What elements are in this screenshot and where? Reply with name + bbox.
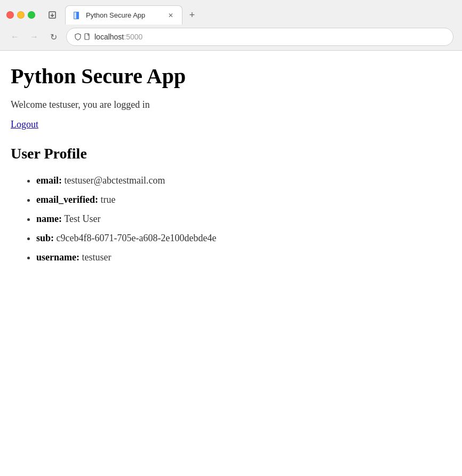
document-icon — [84, 33, 91, 41]
svg-rect-5 — [85, 34, 89, 39]
tab-close-button[interactable]: ✕ — [166, 11, 176, 20]
sub-label: sub: — [36, 233, 54, 243]
email-verified-label: email_verified: — [36, 194, 98, 205]
email-verified-value: true — [100, 194, 115, 205]
title-bar: Python Secure App ✕ + — [0, 0, 462, 25]
active-tab[interactable]: Python Secure App ✕ — [65, 5, 182, 25]
name-label: name: — [36, 213, 62, 224]
profile-name-item: name: Test User — [36, 209, 451, 228]
profile-email-item: email: testuser@abctestmail.com — [36, 171, 451, 190]
page-title: Python Secure App — [11, 64, 451, 89]
back-button[interactable]: ← — [6, 28, 23, 45]
profile-email-verified-item: email_verified: true — [36, 190, 451, 209]
address-bar-row: ← → ↻ localhost:5000 — [0, 25, 462, 50]
traffic-lights — [6, 11, 35, 19]
page-content: Python Secure App Welcome testuser, you … — [0, 51, 462, 288]
username-label: username: — [36, 252, 79, 263]
sub-value: c9ceb4f8-6071-705e-a608-2e100debde4e — [57, 233, 217, 243]
tab-favicon-icon — [72, 11, 82, 20]
name-value: Test User — [64, 213, 100, 224]
shield-icon — [74, 33, 82, 41]
new-tab-button[interactable]: + — [185, 7, 200, 22]
logout-link[interactable]: Logout — [11, 119, 38, 130]
email-label: email: — [36, 175, 62, 186]
svg-rect-4 — [74, 12, 76, 19]
tab-title: Python Secure App — [86, 11, 162, 19]
email-value: testuser@abctestmail.com — [64, 175, 165, 186]
user-profile-heading: User Profile — [11, 145, 451, 162]
forward-button[interactable]: → — [26, 28, 43, 45]
refresh-button[interactable]: ↻ — [45, 28, 62, 45]
welcome-message: Welcome testuser, you are logged in — [11, 99, 451, 110]
username-value: testuser — [82, 252, 111, 263]
minimize-button[interactable] — [17, 11, 25, 19]
address-bar[interactable]: localhost:5000 — [66, 28, 453, 46]
address-text: localhost:5000 — [94, 33, 142, 41]
profile-sub-item: sub: c9ceb4f8-6071-705e-a608-2e100debde4… — [36, 228, 451, 248]
profile-list: email: testuser@abctestmail.com email_ve… — [11, 171, 451, 267]
downloads-button[interactable] — [44, 6, 61, 23]
tab-bar: Python Secure App ✕ + — [65, 5, 200, 25]
security-icons — [74, 33, 91, 41]
maximize-button[interactable] — [28, 11, 35, 19]
profile-username-item: username: testuser — [36, 248, 451, 267]
browser-chrome: Python Secure App ✕ + ← → ↻ l — [0, 0, 462, 51]
close-button[interactable] — [6, 11, 14, 19]
